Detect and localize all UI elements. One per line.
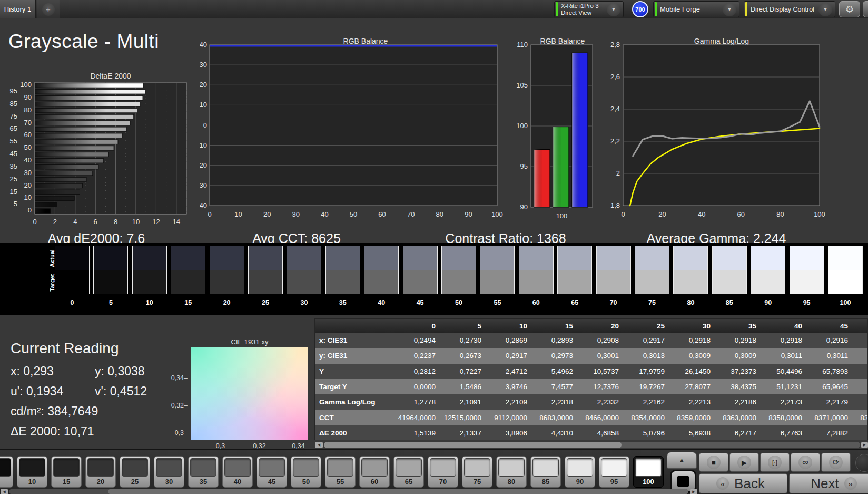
table-column-header: 10 (486, 322, 531, 330)
single-measure-button[interactable]: [·] (760, 453, 790, 472)
table-scrollbar-thumb[interactable] (324, 442, 622, 448)
table-cell: 8683,0000 (531, 414, 577, 422)
table-cell: 0,2918 (715, 336, 761, 344)
pattern-square-icon (677, 476, 689, 487)
table-cell: 8359,0000 (669, 414, 715, 422)
level-swatch (327, 458, 353, 477)
level-button-100[interactable]: 100 (633, 456, 664, 488)
grayscale-swatch (210, 246, 244, 294)
level-button-30[interactable]: 30 (154, 456, 184, 488)
level-button-85[interactable]: 85 (530, 456, 561, 488)
table-cell: 4,4310 (531, 429, 577, 437)
level-button-5[interactable]: 5 (0, 456, 13, 488)
calibration-app-window: History 1 + X-Rite i1Pro 3 Direct View ▼… (0, 0, 868, 494)
svg-text:95: 95 (10, 87, 17, 95)
table-cell: 1,2778 (394, 398, 440, 406)
de-label: ΔE 2000: (11, 424, 61, 439)
table-cell: 12,7376 (577, 383, 623, 391)
level-button-90[interactable]: 90 (565, 456, 595, 488)
table-column-header: 5 (440, 322, 486, 330)
level-swatch (361, 458, 388, 477)
table-row: CCT41964,000012515,00009112,00008683,000… (315, 410, 867, 425)
grayscale-swatch (171, 246, 205, 294)
table-cell: 0,2494 (394, 336, 440, 344)
grayscale-swatch (480, 246, 515, 294)
svg-text:100: 100 (20, 81, 32, 89)
stop-button[interactable]: ■ (699, 453, 728, 472)
u-value: 0,1934 (26, 384, 63, 398)
level-swatch (259, 458, 285, 477)
target-swatch-half (790, 270, 824, 294)
level-button-35[interactable]: 35 (188, 456, 219, 488)
table-cell: 0,2812 (394, 367, 440, 375)
levels-scroll-right-button[interactable]: ▶ (690, 489, 697, 494)
history-tab-label: History 1 (4, 5, 31, 13)
bottom-toolbar: 5101520253035404550556065707580859095100… (0, 449, 868, 494)
level-button-95[interactable]: 95 (599, 456, 629, 488)
target-swatch-half (558, 270, 591, 294)
level-button-label: 15 (53, 478, 80, 486)
next-chevrons-icon: » (844, 477, 857, 490)
level-button-60[interactable]: 60 (359, 456, 390, 488)
level-button-15[interactable]: 15 (51, 456, 82, 488)
target-swatch-half (674, 270, 707, 294)
level-button-40[interactable]: 40 (222, 456, 253, 488)
swatch-level-label: 80 (671, 299, 710, 306)
add-tab-button[interactable]: + (37, 0, 60, 18)
level-button-25[interactable]: 25 (120, 456, 150, 488)
table-cell: 50,4496 (761, 367, 806, 375)
target-swatch-half (635, 270, 669, 294)
levels-scrollbar-thumb[interactable] (108, 489, 688, 494)
level-button-50[interactable]: 50 (291, 456, 321, 488)
table-row: Target Y0,00001,54863,97467,457712,73761… (315, 379, 867, 394)
grayscale-swatch (441, 246, 476, 294)
svg-text:2,8: 2,8 (610, 41, 620, 49)
svg-text:80: 80 (436, 210, 443, 218)
table-cell: 4,6858 (577, 429, 623, 437)
table-scroll-right-button[interactable]: ▶ (861, 442, 868, 448)
back-button[interactable]: « Back (699, 473, 787, 493)
level-button-55[interactable]: 55 (325, 456, 356, 488)
table-cell: 7,4577 (531, 383, 577, 391)
history-tab[interactable]: History 1 (0, 0, 36, 18)
chevron-down-icon: ▼ (818, 3, 832, 16)
swatch-level-label: 100 (826, 299, 865, 306)
level-button-45[interactable]: 45 (257, 456, 287, 488)
source-dropdown[interactable]: Mobile Forge ▼ (653, 1, 739, 17)
table-cell: 0,2916 (806, 336, 852, 344)
table-cell: 2,2213 (669, 398, 715, 406)
table-cell: 0,7227 (440, 367, 486, 375)
target-swatch-half (55, 270, 89, 294)
play-button[interactable]: ▶ (729, 453, 759, 472)
level-button-80[interactable]: 80 (496, 456, 527, 488)
luminance-badge[interactable]: 700 (632, 1, 648, 17)
partial-toolbar-button[interactable] (863, 1, 868, 17)
pattern-up-button[interactable]: ▲ (667, 452, 697, 469)
settings-button[interactable]: ⚙ (839, 1, 860, 17)
table-cell: 26,1450 (669, 367, 715, 375)
continuous-measure-button[interactable]: ∞ (791, 453, 820, 472)
display-control-dropdown[interactable]: Direct Display Control ▼ (744, 1, 835, 17)
level-button-10[interactable]: 10 (17, 456, 47, 488)
level-button-75[interactable]: 75 (462, 456, 492, 488)
level-button-20[interactable]: 20 (85, 456, 116, 488)
cie-chromaticity-diagram (191, 347, 308, 440)
level-button-65[interactable]: 65 (393, 456, 424, 488)
chevron-down-icon: ▼ (723, 3, 736, 16)
meter-dropdown[interactable]: X-Rite i1Pro 3 Direct View ▼ (554, 1, 624, 17)
display-control-label: Direct Display Control (751, 6, 814, 13)
table-cell: 1,5139 (394, 429, 440, 437)
partial-round-button[interactable] (855, 454, 868, 472)
levels-scroll-left-button[interactable]: ◀ (1, 489, 8, 494)
gear-icon: ⚙ (845, 4, 854, 15)
svg-text:40: 40 (321, 210, 328, 218)
loop-button[interactable]: ⟳ (821, 453, 851, 472)
level-button-70[interactable]: 70 (428, 456, 458, 488)
table-cell: 41964,0000 (394, 414, 440, 422)
x-value: 0,293 (23, 364, 54, 378)
next-button[interactable]: Next » (789, 473, 868, 493)
plus-icon: + (42, 3, 55, 16)
level-button-label: 40 (224, 478, 251, 486)
table-scroll-left-button[interactable]: ◀ (315, 442, 323, 448)
table-cell: 7,7871 (852, 429, 868, 437)
